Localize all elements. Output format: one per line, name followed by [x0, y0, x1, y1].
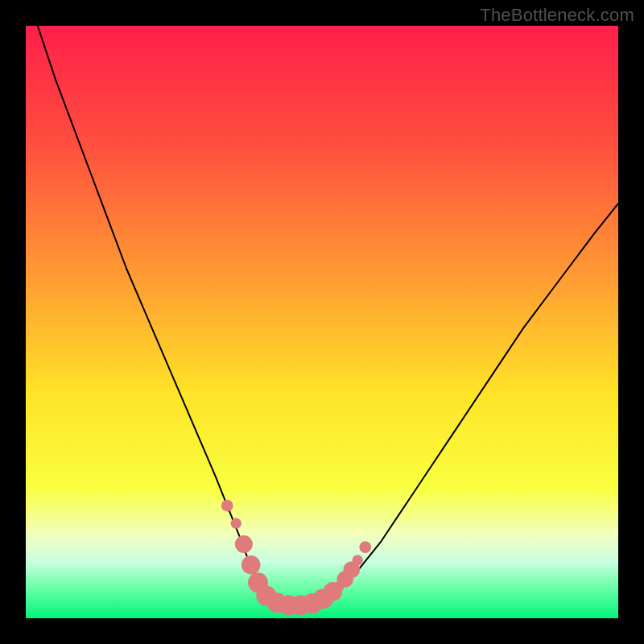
- chart-plot-area: [26, 26, 618, 618]
- chart-gradient-background: [26, 26, 618, 618]
- marker-dot: [242, 555, 261, 575]
- marker-dot: [231, 518, 242, 529]
- chart-svg: [26, 26, 618, 618]
- marker-dot: [221, 500, 233, 512]
- marker-dot: [353, 555, 363, 565]
- marker-dot: [359, 541, 371, 553]
- marker-dot: [235, 535, 253, 553]
- watermark-text: TheBottleneck.com: [480, 5, 634, 26]
- chart-frame: TheBottleneck.com: [0, 0, 644, 644]
